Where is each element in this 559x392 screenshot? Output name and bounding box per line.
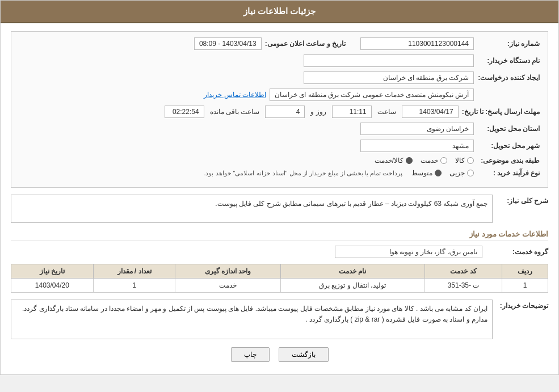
row-aresh: . آرش نیکومنش متصدی خدمات عمومی شرکت برق… — [19, 88, 540, 101]
tabaqe-radio-group: کالا خدمت کالا/خدمت — [375, 157, 474, 165]
sharh-value: جمع آوری شبکه 63 کیلوولت دیزباد – عطار ق… — [11, 195, 493, 223]
back-button[interactable]: بازگشت — [279, 347, 329, 362]
shomare-label: شماره نیاز: — [477, 40, 540, 48]
roz-value: 4 — [265, 106, 305, 118]
buyer-notes-value: ایران کد مشابه می باشد . کالا های مورد ن… — [11, 300, 493, 339]
radio-kala: کالا — [455, 157, 474, 165]
table-row: 1ت -35-351تولید، انتقال و توزیع برقخدمت1… — [11, 279, 548, 293]
buttons-row: بازگشت چاپ — [11, 347, 548, 362]
radio-motavasset: متوسط — [411, 169, 442, 177]
buyer-notes-label: توضیحات خریدار: — [497, 302, 548, 310]
th-tedad: تعداد / مقدار — [93, 264, 175, 279]
radio-khadamat: خدمت — [421, 157, 447, 165]
aresh-value: آرش نیکومنش متصدی خدمات عمومی شرکت برق م… — [270, 88, 474, 101]
row-tabaqe: طبقه بندی موضوعی: کالا خدمت کالا/خدمت — [19, 157, 540, 165]
table-header-row: ردیف کد خدمت نام خدمت واحد اندازه گیری ت… — [11, 264, 548, 279]
page-header: جزئیات اطلاعات نیاز — [1, 1, 558, 23]
saat-label: ساعت — [377, 108, 396, 116]
th-nam: نام خدمت — [280, 264, 424, 279]
table-cell-vahed: خدمت — [175, 279, 280, 293]
farayand-radio-group: جزیی متوسط — [411, 169, 474, 177]
print-button[interactable]: چاپ — [231, 347, 270, 362]
radio-kk-circle — [406, 157, 413, 164]
shomare-value: 1103001123000144 — [360, 37, 474, 50]
th-tarikh: تاریخ نیاز — [11, 264, 94, 279]
services-table: ردیف کد خدمت نام خدمت واحد اندازه گیری ت… — [11, 264, 548, 293]
ijad-label: ایجاد کننده درخواست: — [477, 74, 540, 82]
row-ijad: ایجاد کننده درخواست: شرکت برق منطقه ای خ… — [19, 71, 540, 84]
th-radif: ردیف — [502, 264, 548, 279]
table-cell-nam: تولید، انتقال و توزیع برق — [280, 279, 424, 293]
group-khadamat-label: گروه خدمت: — [486, 248, 548, 256]
sharh-section: شرح کلی نیاز: جمع آوری شبکه 63 کیلوولت د… — [11, 195, 548, 223]
radio-kala-circle — [467, 157, 474, 164]
shahr-value: مشهد — [360, 140, 474, 152]
motavasset-label: متوسط — [411, 169, 432, 177]
khadamat-label: خدمت — [421, 157, 438, 165]
jozii-label: جزیی — [449, 169, 465, 177]
table-cell-kod: ت -35-351 — [424, 279, 502, 293]
th-vahed: واحد اندازه گیری — [175, 264, 280, 279]
tabaqe-label: طبقه بندی موضوعی: — [477, 157, 540, 165]
row-farayand: نوع فرآیند خرید : جزیی متوسط پرداخت تمام… — [19, 169, 540, 177]
row-shahr: شهر محل تحویل: مشهد — [19, 140, 540, 152]
table-cell-radif: 1 — [502, 279, 548, 293]
roz-label: روز و — [310, 108, 326, 116]
ostan-label: استان محل تحویل: — [477, 125, 540, 133]
radio-kala-khadamat: کالا/خدمت — [375, 157, 413, 165]
radio-jozii-circle — [467, 170, 474, 176]
ostan-value: خراسان رضوی — [360, 123, 474, 135]
baqi-value: 02:22:54 — [165, 106, 204, 118]
table-cell-tarikh: 1403/04/20 — [11, 279, 94, 293]
main-form-section: شماره نیاز: 1103001123000144 تاریخ و ساع… — [11, 31, 548, 188]
buyer-notes-wrap: ایران کد مشابه می باشد . کالا های مورد ن… — [11, 300, 493, 339]
row-ostan: استان محل تحویل: خراسان رضوی — [19, 123, 540, 135]
radio-motavasset-circle — [435, 170, 442, 176]
radio-khadamat-circle — [440, 157, 447, 164]
tarikh-label: تاریخ و ساعت اعلان عمومی: — [265, 40, 346, 48]
nam-dastgah-value — [304, 54, 474, 67]
nam-dastgah-label: نام دستگاه خریدار: — [477, 57, 540, 65]
service-section-title: اطلاعات خدمات مورد نیاز — [11, 230, 548, 241]
tarikh-value: 1403/04/13 - 08:09 — [194, 37, 262, 50]
page-title: جزئیات اطلاعات نیاز — [243, 6, 316, 16]
shahr-label: شهر محل تحویل: — [477, 142, 540, 150]
th-kod: کد خدمت — [424, 264, 502, 279]
row-mohlat: مهلت ارسال پاسخ: تا تاریخ: 1403/04/17 سا… — [19, 106, 540, 118]
kk-label: کالا/خدمت — [375, 157, 404, 165]
group-khadamat-value: تامین برق، گاز، بخار و تهویه هوا — [335, 246, 482, 258]
ijad-value: شرکت برق منطقه ای خراسان — [304, 71, 474, 84]
farayand-desc: پرداخت تمام یا بخشی از مبلغ خریدار از مح… — [204, 170, 402, 177]
sharh-label: شرح کلی نیاز: — [497, 197, 548, 205]
mohlat-label: مهلت ارسال پاسخ: تا تاریخ: — [462, 108, 540, 116]
table-body: 1ت -35-351تولید، انتقال و توزیع برقخدمت1… — [11, 279, 548, 293]
kala-label: کالا — [455, 157, 465, 165]
buyer-notes-section: توضیحات خریدار: ایران کد مشابه می باشد .… — [11, 300, 548, 339]
aresh-link[interactable]: اطلاعات تماس خریدار — [204, 91, 266, 99]
baqi-label: ساعت باقی مانده — [210, 108, 260, 116]
date-value: 1403/04/17 — [402, 106, 459, 118]
radio-jozii: جزیی — [449, 169, 474, 177]
row-group-khadamat: گروه خدمت: تامین برق، گاز، بخار و تهویه … — [11, 246, 548, 258]
row-nam-dastgah: نام دستگاه خریدار: — [19, 54, 540, 67]
row-shomare: شماره نیاز: 1103001123000144 تاریخ و ساع… — [19, 37, 540, 50]
farayand-label: نوع فرآیند خرید : — [477, 169, 540, 177]
table-cell-tedad: 1 — [93, 279, 175, 293]
saat-value: 11:11 — [332, 106, 372, 118]
sharh-box-wrap: جمع آوری شبکه 63 کیلوولت دیزباد – عطار ق… — [11, 195, 493, 223]
services-table-section: ردیف کد خدمت نام خدمت واحد اندازه گیری ت… — [11, 264, 548, 293]
